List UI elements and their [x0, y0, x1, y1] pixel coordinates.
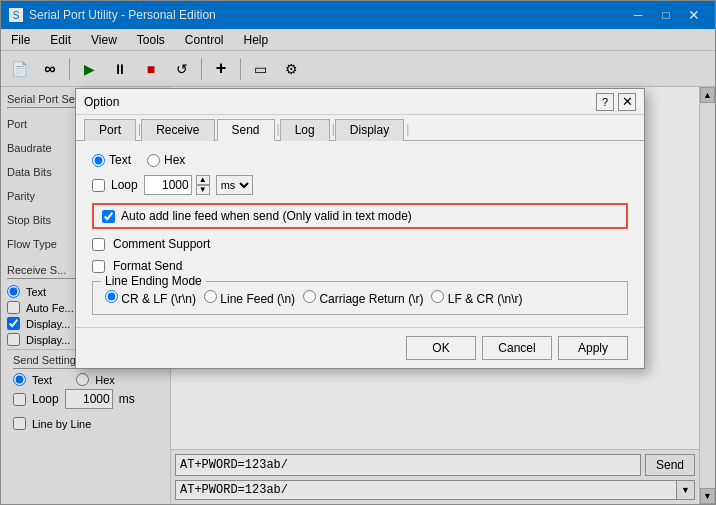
hex-radio-label[interactable]: Hex [147, 153, 185, 167]
dlg-format-send-checkbox[interactable] [92, 260, 105, 273]
option-dialog: Option ? ✕ Port | Receive Send | Log | D… [75, 88, 645, 369]
dlg-loop-spinner: ▲ ▼ [196, 175, 210, 195]
text-radio-label[interactable]: Text [92, 153, 131, 167]
comment-support-row: Comment Support [92, 237, 628, 251]
line-ending-group: Line Ending Mode CR & LF (\r\n) Line Fee… [92, 281, 628, 315]
spin-down-btn[interactable]: ▼ [196, 185, 210, 195]
text-hex-row: Text Hex [92, 153, 628, 167]
dlg-comment-label: Comment Support [113, 237, 210, 251]
cancel-button[interactable]: Cancel [482, 336, 552, 360]
dialog-title: Option [84, 95, 119, 109]
line-ending-row: CR & LF (\r\n) Line Feed (\n) Carriage R… [105, 290, 615, 306]
format-send-row: Format Send [92, 259, 628, 273]
dlg-comment-checkbox[interactable] [92, 238, 105, 251]
dlg-loop-row: Loop ▲ ▼ ms s [92, 175, 628, 195]
line-feed-text: Line Feed (\n) [220, 292, 295, 306]
format-send-label[interactable]: Format Send [92, 259, 182, 273]
apply-button[interactable]: Apply [558, 336, 628, 360]
dialog-title-bar: Option ? ✕ [76, 89, 644, 115]
dlg-format-send-label: Format Send [113, 259, 182, 273]
dialog-close-button[interactable]: ✕ [618, 93, 636, 111]
lf-cr-text: LF & CR (\n\r) [448, 292, 523, 306]
tab-receive[interactable]: Receive [141, 119, 214, 141]
line-feed-label[interactable]: Line Feed (\n) [204, 290, 295, 306]
lf-cr-radio[interactable] [431, 290, 444, 303]
dialog-help-button[interactable]: ? [596, 93, 614, 111]
carriage-return-text: Carriage Return (\r) [319, 292, 423, 306]
modal-overlay: Option ? ✕ Port | Receive Send | Log | D… [0, 0, 716, 505]
cr-lf-label[interactable]: CR & LF (\r\n) [105, 290, 196, 306]
dlg-loop-input[interactable] [144, 175, 192, 195]
dialog-tabs: Port | Receive Send | Log | Display | [76, 115, 644, 141]
dlg-text-label: Text [109, 153, 131, 167]
dlg-loop-label[interactable]: Loop [111, 178, 138, 192]
line-ending-title: Line Ending Mode [101, 274, 206, 288]
carriage-return-radio[interactable] [303, 290, 316, 303]
lf-cr-label[interactable]: LF & CR (\n\r) [431, 290, 522, 306]
spin-up-btn[interactable]: ▲ [196, 175, 210, 185]
tab-display[interactable]: Display [335, 119, 404, 141]
dlg-hex-radio[interactable] [147, 154, 160, 167]
dlg-loop-checkbox[interactable] [92, 179, 105, 192]
dlg-auto-linefeed-checkbox[interactable] [102, 210, 115, 223]
dialog-controls: ? ✕ [596, 93, 636, 111]
carriage-return-label[interactable]: Carriage Return (\r) [303, 290, 423, 306]
dlg-hex-label: Hex [164, 153, 185, 167]
tab-send[interactable]: Send [217, 119, 275, 141]
tab-port[interactable]: Port [84, 119, 136, 141]
dialog-content: Text Hex Loop ▲ ▼ ms s [76, 140, 644, 327]
line-feed-radio[interactable] [204, 290, 217, 303]
dlg-auto-linefeed-label[interactable]: Auto add line feed when send (Only valid… [121, 209, 412, 223]
cr-lf-radio[interactable] [105, 290, 118, 303]
tab-log[interactable]: Log [280, 119, 330, 141]
dlg-text-radio[interactable] [92, 154, 105, 167]
dialog-buttons: OK Cancel Apply [76, 327, 644, 368]
ok-button[interactable]: OK [406, 336, 476, 360]
tab-sep-4: | [406, 119, 409, 141]
cr-lf-text: CR & LF (\r\n) [121, 292, 196, 306]
comment-support-label[interactable]: Comment Support [92, 237, 210, 251]
auto-add-linefeed-row: Auto add line feed when send (Only valid… [92, 203, 628, 229]
dlg-loop-unit-select[interactable]: ms s [216, 175, 253, 195]
